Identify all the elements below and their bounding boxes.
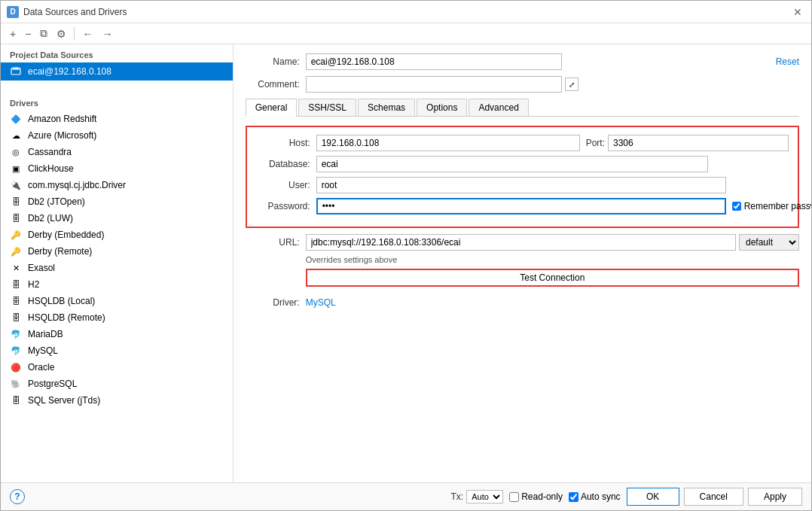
tab-options[interactable]: Options bbox=[417, 99, 467, 116]
main-content: Project Data Sources ecai@192.168.0.108 … bbox=[1, 44, 811, 482]
driver-name: Derby (Embedded) bbox=[28, 230, 104, 240]
driver-item-amazon-redshift[interactable]: 🔷Amazon Redshift bbox=[1, 111, 233, 127]
drivers-section: Drivers bbox=[1, 93, 233, 111]
copy-button[interactable]: ⧉ bbox=[37, 26, 50, 41]
titlebar: D Data Sources and Drivers ✕ bbox=[1, 1, 811, 23]
driver-name: H2 bbox=[28, 279, 39, 290]
right-panel: Name: Reset Comment: ⤢ GeneralSSH/SSLSch… bbox=[234, 44, 811, 482]
overrides-text: Overrides settings above bbox=[306, 255, 799, 264]
name-label: Name: bbox=[246, 56, 306, 67]
user-label: User: bbox=[256, 180, 316, 190]
url-input[interactable] bbox=[306, 234, 736, 251]
remove-button[interactable]: − bbox=[22, 26, 34, 41]
driver-name: Oracle bbox=[28, 362, 54, 373]
driver-item-oracle[interactable]: 🔴Oracle bbox=[1, 359, 233, 376]
driver-name: Cassandra bbox=[28, 147, 72, 157]
driver-item-cassandra[interactable]: ◎Cassandra bbox=[1, 144, 233, 160]
comment-expand-button[interactable]: ⤢ bbox=[565, 78, 578, 91]
close-button[interactable]: ✕ bbox=[790, 6, 805, 18]
driver-item-derby--remote-[interactable]: 🔑Derby (Remote) bbox=[1, 243, 233, 260]
driver-item-postgresql[interactable]: 🐘PostgreSQL bbox=[1, 376, 233, 392]
cancel-button[interactable]: Cancel bbox=[684, 488, 743, 506]
driver-name: Exasol bbox=[28, 263, 55, 273]
app-icon: D bbox=[7, 6, 19, 18]
readonly-label[interactable]: Read-only bbox=[509, 491, 563, 502]
nav-fwd-button[interactable]: → bbox=[99, 26, 115, 41]
comment-row: Comment: ⤢ bbox=[246, 76, 799, 93]
driver-icon: 🗄 bbox=[10, 196, 22, 208]
driver-row: Driver: MySQL bbox=[246, 297, 799, 308]
nav-back-button[interactable]: ← bbox=[79, 26, 96, 41]
port-input[interactable] bbox=[608, 135, 789, 151]
drivers-section-title: Drivers bbox=[1, 93, 233, 111]
driver-icon: 🗄 bbox=[10, 312, 22, 324]
driver-name: Amazon Redshift bbox=[28, 114, 96, 124]
database-input[interactable] bbox=[316, 156, 708, 172]
test-connection-button[interactable]: Test Connection bbox=[306, 269, 799, 287]
tab-ssh-ssl[interactable]: SSH/SSL bbox=[298, 99, 356, 116]
remember-password-label[interactable]: Remember password bbox=[732, 201, 811, 211]
driver-item-com-mysql-cj-jdbc-driver[interactable]: 🔌com.mysql.cj.jdbc.Driver bbox=[1, 177, 233, 193]
driver-icon: ☁ bbox=[10, 129, 22, 141]
comment-input[interactable] bbox=[306, 76, 562, 93]
host-input[interactable] bbox=[316, 135, 580, 151]
datasource-icon bbox=[10, 65, 22, 78]
driver-item-azure--microsoft-[interactable]: ☁Azure (Microsoft) bbox=[1, 127, 233, 144]
ok-button[interactable]: OK bbox=[627, 488, 679, 506]
tx-label: Tx: bbox=[451, 491, 464, 502]
host-row: Host: Port: bbox=[256, 135, 789, 151]
datasource-label: ecai@192.168.0.108 bbox=[28, 66, 111, 77]
driver-item-h2[interactable]: 🗄H2 bbox=[1, 276, 233, 293]
password-row: Password: Remember password bbox=[256, 198, 789, 214]
host-label: Host: bbox=[256, 138, 316, 148]
url-mode-dropdown[interactable]: default bbox=[739, 234, 799, 251]
autosync-checkbox[interactable] bbox=[569, 492, 578, 502]
driver-icon: 🐘 bbox=[10, 378, 22, 390]
driver-item-derby--embedded-[interactable]: 🔑Derby (Embedded) bbox=[1, 227, 233, 243]
driver-item-db2--jtopen-[interactable]: 🗄Db2 (JTOpen) bbox=[1, 193, 233, 210]
driver-item-mariadb[interactable]: 🐬MariaDB bbox=[1, 326, 233, 342]
driver-name: HSQLDB (Remote) bbox=[28, 312, 105, 323]
toolbar-separator bbox=[74, 27, 75, 41]
properties-button[interactable]: ⚙ bbox=[53, 26, 69, 41]
bottom-bar: ? Tx: Auto Read-only Auto sync OK Cancel… bbox=[1, 482, 811, 510]
driver-link[interactable]: MySQL bbox=[306, 297, 336, 308]
bottom-left: ? bbox=[10, 489, 25, 504]
driver-item-hsqldb--local-[interactable]: 🗄HSQLDB (Local) bbox=[1, 293, 233, 309]
tab-advanced[interactable]: Advanced bbox=[469, 99, 528, 116]
comment-label: Comment: bbox=[246, 79, 306, 90]
name-row: Name: Reset bbox=[246, 53, 799, 70]
datasource-item-selected[interactable]: ecai@192.168.0.108 bbox=[1, 62, 233, 81]
port-label: Port: bbox=[586, 138, 605, 148]
driver-icon: 🐬 bbox=[10, 328, 22, 340]
url-label: URL: bbox=[246, 237, 306, 248]
project-datasources-title: Project Data Sources bbox=[1, 44, 233, 62]
user-row: User: bbox=[256, 177, 789, 193]
reset-link[interactable]: Reset bbox=[776, 56, 799, 67]
apply-button[interactable]: Apply bbox=[748, 488, 802, 506]
name-input[interactable] bbox=[306, 53, 562, 70]
driver-name: com.mysql.cj.jdbc.Driver bbox=[28, 180, 126, 190]
database-label: Database: bbox=[256, 159, 316, 169]
driver-item-hsqldb--remote-[interactable]: 🗄HSQLDB (Remote) bbox=[1, 309, 233, 326]
drivers-list: 🔷Amazon Redshift☁Azure (Microsoft)◎Cassa… bbox=[1, 111, 233, 409]
driver-item-db2--luw-[interactable]: 🗄Db2 (LUW) bbox=[1, 210, 233, 227]
driver-item-mysql[interactable]: 🐬MySQL bbox=[1, 342, 233, 359]
add-button[interactable]: + bbox=[7, 26, 19, 41]
driver-item-sql-server--jtds-[interactable]: 🗄SQL Server (jTds) bbox=[1, 392, 233, 409]
driver-item-clickhouse[interactable]: ▣ClickHouse bbox=[1, 160, 233, 177]
user-input[interactable] bbox=[316, 177, 726, 193]
driver-item-exasol[interactable]: ✕Exasol bbox=[1, 260, 233, 276]
help-button[interactable]: ? bbox=[10, 489, 25, 504]
password-input[interactable] bbox=[316, 198, 726, 214]
readonly-checkbox[interactable] bbox=[509, 492, 519, 502]
tab-general[interactable]: General bbox=[246, 99, 298, 117]
driver-name: Db2 (JTOpen) bbox=[28, 196, 85, 207]
svg-point-1 bbox=[11, 67, 20, 70]
tabs-bar: GeneralSSH/SSLSchemasOptionsAdvanced bbox=[246, 99, 799, 117]
window-title: Data Sources and Drivers bbox=[23, 7, 127, 17]
tab-schemas[interactable]: Schemas bbox=[358, 99, 415, 116]
remember-password-checkbox[interactable] bbox=[732, 202, 741, 211]
autosync-label[interactable]: Auto sync bbox=[569, 491, 621, 502]
tx-dropdown[interactable]: Auto bbox=[466, 490, 503, 503]
